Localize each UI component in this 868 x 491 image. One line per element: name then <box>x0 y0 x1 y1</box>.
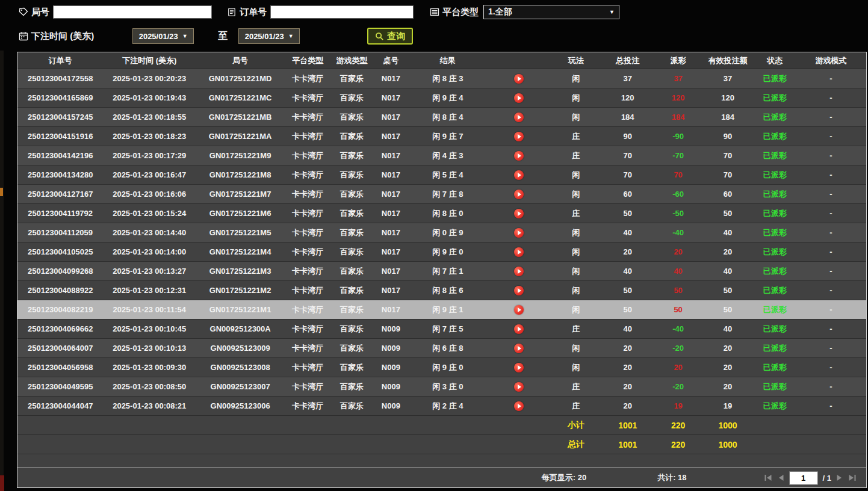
cell-game-mode: - <box>796 185 866 204</box>
table-row[interactable]: 250123004044047 2025-01-23 00:08:21 GN00… <box>17 397 866 416</box>
cell-total-bet: 20 <box>601 377 655 397</box>
replay-play-icon[interactable] <box>514 324 524 334</box>
cell-round-no: GN00925123007 <box>196 377 285 397</box>
table-row[interactable]: 250123004119792 2025-01-23 00:15:24 GN01… <box>17 204 866 223</box>
cell-order-no: 250123004142196 <box>17 146 103 165</box>
cell-payout: -60 <box>655 185 702 204</box>
table-row[interactable]: 250123004056958 2025-01-23 00:09:30 GN00… <box>17 358 866 377</box>
cell-total-bet: 60 <box>601 185 655 204</box>
replay-play-icon[interactable] <box>514 74 524 84</box>
cell-game-type: 百家乐 <box>330 397 373 416</box>
cell-valid-bet: 70 <box>701 165 754 185</box>
cell-game-mode: - <box>796 397 866 416</box>
cell-result: 闲 2 庄 4 <box>409 397 487 416</box>
date-to-picker[interactable]: 2025/01/23 ▼ <box>238 28 300 44</box>
cell-round-no: GN017251221M7 <box>196 185 285 204</box>
bet-records-table: 订单号下注时间 (美东)局号平台类型游戏类型桌号结果玩法总投注派彩有效投注额状态… <box>17 52 866 454</box>
cell-game-type: 百家乐 <box>330 377 373 397</box>
cell-table-no: N017 <box>373 69 409 88</box>
cell-replay <box>487 108 551 127</box>
cell-platform: 卡卡湾厅 <box>285 88 330 108</box>
replay-play-icon[interactable] <box>514 305 524 315</box>
cell-table-no: N009 <box>373 339 409 358</box>
replay-play-icon[interactable] <box>514 93 524 103</box>
replay-play-icon[interactable] <box>514 113 524 122</box>
table-row[interactable]: 250123004105025 2025-01-23 00:14:00 GN01… <box>17 242 866 262</box>
replay-play-icon[interactable] <box>514 151 524 161</box>
table-row[interactable]: 250123004142196 2025-01-23 00:17:29 GN01… <box>17 146 866 165</box>
platform-type-select[interactable]: 1.全部 ▼ <box>483 5 619 19</box>
table-row[interactable]: 250123004134280 2025-01-23 00:16:47 GN01… <box>17 165 866 185</box>
replay-play-icon[interactable] <box>514 228 524 238</box>
grand-total-total-bet: 1001 <box>601 435 655 454</box>
table-row[interactable]: 250123004112059 2025-01-23 00:14:40 GN01… <box>17 223 866 242</box>
cell-status: 已派彩 <box>754 88 796 108</box>
cell-round-no: GN017251221MA <box>196 127 285 146</box>
round-no-input[interactable] <box>53 5 212 19</box>
cell-table-no: N017 <box>373 204 409 223</box>
cell-bet-time: 2025-01-23 00:08:50 <box>103 377 196 397</box>
cell-bet-time: 2025-01-23 00:09:30 <box>103 358 196 377</box>
column-header <box>487 52 551 69</box>
page-total: / 1 <box>823 474 831 483</box>
tag-icon <box>18 7 29 17</box>
cell-payout: 50 <box>655 281 702 300</box>
last-page-button[interactable] <box>848 474 857 481</box>
replay-play-icon[interactable] <box>514 382 524 392</box>
cell-payout: 70 <box>655 165 702 185</box>
first-page-button[interactable] <box>764 474 773 481</box>
date-from-value: 2025/01/23 <box>139 32 178 41</box>
replay-play-icon[interactable] <box>514 170 524 180</box>
cell-payout: -40 <box>655 320 702 339</box>
cell-order-no: 250123004165869 <box>17 88 103 108</box>
replay-play-icon[interactable] <box>514 132 524 141</box>
prev-page-button[interactable] <box>778 474 784 481</box>
replay-play-icon[interactable] <box>514 401 524 411</box>
cell-bet-time: 2025-01-23 00:16:06 <box>103 185 196 204</box>
replay-play-icon[interactable] <box>514 363 524 372</box>
query-button[interactable]: 查询 <box>367 28 413 45</box>
cell-bet-time: 2025-01-23 00:15:24 <box>103 204 196 223</box>
total-count: 共计: 18 <box>657 472 686 483</box>
date-from-picker[interactable]: 2025/01/23 ▼ <box>132 28 194 44</box>
replay-play-icon[interactable] <box>514 247 524 257</box>
cell-platform: 卡卡湾厅 <box>285 204 330 223</box>
cell-platform: 卡卡湾厅 <box>285 127 330 146</box>
table-row[interactable]: 250123004151916 2025-01-23 00:18:23 GN01… <box>17 127 866 146</box>
replay-play-icon[interactable] <box>514 209 524 218</box>
cell-order-no: 250123004134280 <box>17 165 103 185</box>
cell-bet-time: 2025-01-23 00:12:31 <box>103 281 196 300</box>
table-row[interactable]: 250123004088922 2025-01-23 00:12:31 GN01… <box>17 281 866 300</box>
page-number-input[interactable] <box>789 471 818 485</box>
table-row[interactable]: 250123004157245 2025-01-23 00:18:55 GN01… <box>17 108 866 127</box>
cell-bet-side: 庄 <box>551 204 601 223</box>
table-row[interactable]: 250123004165869 2025-01-23 00:19:43 GN01… <box>17 88 866 108</box>
bet-time-label: 下注时间 (美东) <box>31 31 94 42</box>
cell-game-type: 百家乐 <box>330 281 373 300</box>
per-page-display: 每页显示: 20 <box>542 472 586 483</box>
replay-play-icon[interactable] <box>514 344 524 353</box>
table-row[interactable]: 250123004172558 2025-01-23 00:20:23 GN01… <box>17 69 866 88</box>
table-row[interactable]: 250123004064007 2025-01-23 00:10:13 GN00… <box>17 339 866 358</box>
table-row[interactable]: 250123004069662 2025-01-23 00:10:45 GN00… <box>17 320 866 339</box>
table-row[interactable]: 250123004082219 2025-01-23 00:11:54 GN01… <box>17 300 866 320</box>
cell-bet-time: 2025-01-23 00:08:21 <box>103 397 196 416</box>
next-page-button[interactable] <box>836 474 843 481</box>
replay-play-icon[interactable] <box>514 286 524 295</box>
cell-bet-time: 2025-01-23 00:16:47 <box>103 165 196 185</box>
cell-platform: 卡卡湾厅 <box>285 165 330 185</box>
table-row[interactable]: 250123004127167 2025-01-23 00:16:06 GN01… <box>17 185 866 204</box>
replay-play-icon[interactable] <box>514 267 524 276</box>
table-row[interactable]: 250123004049595 2025-01-23 00:08:50 GN00… <box>17 377 866 397</box>
order-no-input[interactable] <box>270 5 414 19</box>
cell-game-type: 百家乐 <box>330 223 373 242</box>
table-row[interactable]: 250123004099268 2025-01-23 00:13:27 GN01… <box>17 262 866 281</box>
subtotal-spacer <box>17 416 551 435</box>
cell-bet-side: 闲 <box>551 108 601 127</box>
cell-result: 闲 6 庄 8 <box>409 339 487 358</box>
replay-play-icon[interactable] <box>514 190 524 199</box>
cell-bet-side: 闲 <box>551 358 601 377</box>
cell-status: 已派彩 <box>754 300 796 320</box>
to-label: 至 <box>218 30 228 43</box>
cell-valid-bet: 19 <box>701 397 754 416</box>
